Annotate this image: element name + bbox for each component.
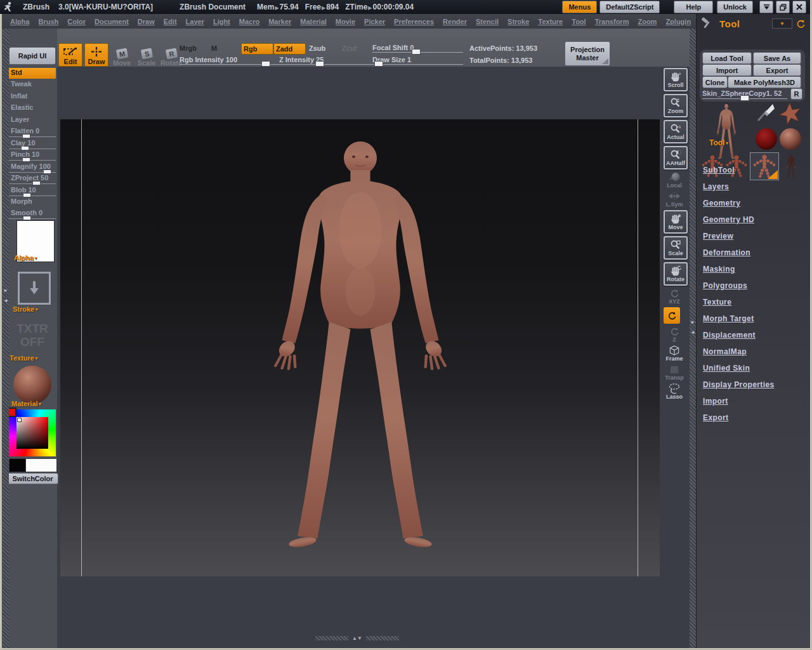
- help-button[interactable]: Help: [674, 1, 713, 13]
- brush-item-morph[interactable]: Morph: [9, 197, 56, 208]
- save-as-button[interactable]: Save As: [753, 52, 801, 64]
- right-tray-divider[interactable]: ▸ ◂: [690, 29, 696, 648]
- main-color-swatch[interactable]: [25, 458, 57, 472]
- male-figure-model[interactable]: [261, 138, 459, 560]
- section-display-properties[interactable]: Display Properties: [703, 380, 775, 389]
- secondary-color-swatch[interactable]: [9, 458, 27, 472]
- menu-item-brush[interactable]: Brush: [39, 18, 59, 25]
- section-export[interactable]: Export: [703, 413, 775, 422]
- alpha-menu[interactable]: Alpha▼: [14, 254, 38, 262]
- transp-button[interactable]: Transp: [664, 364, 685, 381]
- brush-item-blob[interactable]: Blob 10: [9, 185, 56, 196]
- material-sphere-thumbnail[interactable]: [13, 365, 52, 404]
- texture-menu[interactable]: Texture▼: [10, 354, 39, 362]
- menu-item-document[interactable]: Document: [95, 18, 129, 25]
- brush-item-clay[interactable]: Clay 10: [9, 138, 56, 149]
- menu-item-edit[interactable]: Edit: [164, 18, 177, 25]
- left-tray-divider[interactable]: ▸ ◂: [3, 29, 9, 648]
- switch-color-button[interactable]: SwitchColor: [7, 473, 58, 484]
- menu-item-light[interactable]: Light: [213, 18, 230, 25]
- brush-item-inflat[interactable]: Inflat: [9, 91, 56, 102]
- zadd-button[interactable]: Zadd: [273, 43, 306, 55]
- brush-item-layer[interactable]: Layer: [9, 115, 56, 126]
- z-button[interactable]: Z: [664, 326, 685, 343]
- section-polygroups[interactable]: Polygroups: [703, 281, 775, 290]
- make-polymesh3d-button[interactable]: Make PolyMesh3D: [728, 76, 801, 88]
- menu-item-picker[interactable]: Picker: [364, 18, 385, 25]
- zoom-button[interactable]: Zoom: [664, 94, 688, 117]
- rgb-intensity-slider[interactable]: Rgb Intensity 100: [180, 56, 279, 65]
- material-menu[interactable]: Material▼: [11, 400, 43, 408]
- document-canvas[interactable]: [60, 119, 660, 576]
- section-layers[interactable]: Layers: [703, 182, 775, 191]
- section-displacement[interactable]: Displacement: [703, 331, 775, 340]
- stroke-menu[interactable]: Stroke▼: [13, 305, 39, 313]
- section-texture[interactable]: Texture: [703, 298, 775, 307]
- window-restore-button[interactable]: [776, 1, 790, 13]
- brush-item-elastic[interactable]: Elastic: [9, 103, 56, 114]
- menu-item-macro[interactable]: Macro: [239, 18, 259, 25]
- restore-config-icon[interactable]: [796, 19, 806, 29]
- rotate-axis-button[interactable]: [664, 307, 680, 324]
- menu-item-movie[interactable]: Movie: [336, 18, 355, 25]
- thumbnail-star3d[interactable]: [779, 102, 801, 126]
- local-button[interactable]: Local: [664, 172, 685, 189]
- current-tool-preview[interactable]: [702, 103, 751, 161]
- zsub-button[interactable]: Zsub: [309, 44, 325, 52]
- tray-divider-handle[interactable]: ▲▼: [315, 635, 399, 641]
- draw-size-slider[interactable]: Draw Size 1: [372, 56, 463, 65]
- section-normalmap[interactable]: NormalMap: [703, 347, 775, 356]
- clone-button[interactable]: Clone: [702, 76, 728, 88]
- mrgb-button[interactable]: Mrgb: [180, 44, 197, 52]
- unlock-button[interactable]: Unlock: [717, 1, 753, 13]
- thumbnail-sphere-material[interactable]: [779, 128, 802, 150]
- load-tool-button[interactable]: Load Tool: [702, 52, 752, 64]
- brush-item-pinch[interactable]: Pinch 10: [9, 150, 56, 161]
- section-import[interactable]: Import: [703, 397, 775, 406]
- menu-item-draw[interactable]: Draw: [138, 18, 155, 25]
- section-masking[interactable]: Masking: [703, 265, 775, 274]
- projection-master-button[interactable]: ProjectionMaster: [565, 41, 610, 66]
- menu-item-zoom[interactable]: Zoom: [638, 18, 657, 25]
- texture-off-thumbnail[interactable]: TXTROFF: [9, 322, 56, 348]
- brush-item-flatten[interactable]: Flatten 0: [9, 126, 56, 137]
- thumbnail-paintbrush[interactable]: [755, 102, 776, 126]
- section-morph-target[interactable]: Morph Target: [703, 314, 775, 323]
- default-zscript-button[interactable]: DefaultZScript: [599, 1, 660, 13]
- frame-button[interactable]: Frame: [664, 345, 685, 362]
- rotate-button[interactable]: Rotate: [664, 262, 688, 286]
- xyz-button[interactable]: XYZ: [664, 288, 685, 305]
- focal-shift-slider[interactable]: Focal Shift 0: [372, 44, 463, 53]
- window-shade-button[interactable]: [759, 1, 773, 13]
- menu-item-render[interactable]: Render: [443, 18, 467, 25]
- menu-item-material[interactable]: Material: [300, 18, 327, 25]
- menu-item-zplugin[interactable]: Zplugin: [665, 18, 691, 25]
- tool-item-slider[interactable]: Skin_ZSphereCopy1. 52: [702, 90, 787, 99]
- aahalf-button[interactable]: AAHalf: [664, 146, 688, 169]
- menus-button[interactable]: Menus: [562, 1, 597, 13]
- section-geometry-hd[interactable]: Geometry HD: [703, 215, 775, 224]
- scroll-button[interactable]: Scroll: [664, 68, 688, 91]
- section-unified-skin[interactable]: Unified Skin: [703, 364, 775, 373]
- menu-item-preferences[interactable]: Preferences: [394, 18, 434, 25]
- menu-item-transform[interactable]: Transform: [595, 18, 629, 25]
- section-deformation[interactable]: Deformation: [703, 248, 775, 257]
- menu-item-texture[interactable]: Texture: [538, 18, 563, 25]
- brush-item-smooth[interactable]: Smooth 0: [9, 208, 56, 219]
- menu-item-alpha[interactable]: Alpha: [10, 18, 30, 25]
- brush-item-magnify[interactable]: Magnify 100: [9, 162, 56, 173]
- l-sym-button[interactable]: L.Sym: [664, 191, 685, 208]
- scale-button[interactable]: Scale: [664, 236, 688, 260]
- scale-mode-button[interactable]: SScale: [135, 49, 158, 67]
- menu-item-stroke[interactable]: Stroke: [508, 18, 529, 25]
- brush-item-std[interactable]: Std: [9, 68, 56, 79]
- brush-item-zproject[interactable]: ZProject 50: [9, 173, 56, 184]
- menu-item-stencil[interactable]: Stencil: [476, 18, 499, 25]
- stroke-thumbnail[interactable]: [18, 272, 51, 305]
- thumbnail-sphere-dark-red[interactable]: [755, 128, 778, 150]
- window-close-button[interactable]: [792, 1, 806, 13]
- move-mode-button[interactable]: MMove: [110, 49, 133, 67]
- section-geometry[interactable]: Geometry: [703, 199, 775, 208]
- import-button[interactable]: Import: [702, 64, 752, 76]
- section-preview[interactable]: Preview: [703, 232, 775, 241]
